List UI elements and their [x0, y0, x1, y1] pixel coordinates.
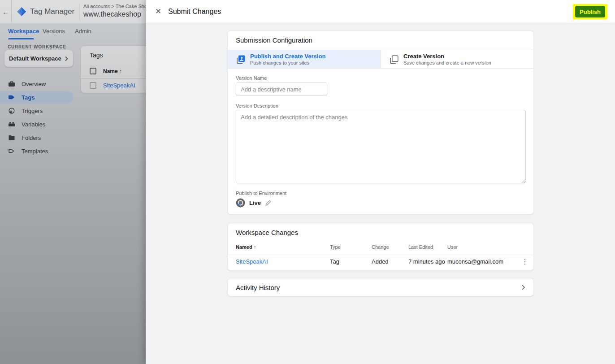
- publish-highlight: Publish: [573, 4, 607, 19]
- environment-row: Live: [236, 198, 272, 208]
- version-name-label: Version Name: [236, 75, 267, 81]
- dialog-title: Submit Changes: [168, 0, 221, 23]
- option-subtitle: Push changes to your sites: [250, 60, 309, 65]
- table-divider: [228, 255, 533, 255]
- change-row-change: Added: [372, 258, 389, 265]
- option-publish-and-create-version[interactable]: Publish and Create Version Push changes …: [228, 50, 381, 68]
- dialog-header: ✕ Submit Changes Publish: [146, 0, 615, 23]
- column-header-last-edited[interactable]: Last Edited: [408, 244, 433, 250]
- activity-history-card[interactable]: Activity History: [227, 278, 534, 296]
- gtm-app: ← Tag Manager All accounts > The Cake Sh…: [0, 0, 615, 364]
- option-subtitle: Save changes and create a new version: [403, 60, 491, 65]
- submit-changes-dialog: ✕ Submit Changes Publish Submission Conf…: [146, 0, 615, 364]
- change-row-user: muconsa@gmail.com: [447, 258, 503, 265]
- workspace-changes-card: Workspace Changes Named ↑ Type Change La…: [227, 223, 534, 271]
- version-description-textarea[interactable]: [236, 110, 526, 183]
- edit-pencil-icon[interactable]: [265, 199, 272, 206]
- sort-ascending-icon: ↑: [254, 244, 256, 250]
- column-header-user[interactable]: User: [447, 244, 458, 250]
- option-create-version[interactable]: Create Version Save changes and create a…: [381, 50, 533, 68]
- close-icon[interactable]: ✕: [154, 8, 162, 16]
- row-overflow-menu-icon[interactable]: ⋮: [521, 257, 528, 266]
- section-title: Submission Configuration: [236, 36, 312, 44]
- column-header-type[interactable]: Type: [330, 244, 341, 250]
- column-header-change[interactable]: Change: [372, 244, 389, 250]
- change-row-type: Tag: [330, 258, 339, 265]
- publish-icon: [236, 55, 246, 65]
- submission-options: Publish and Create Version Push changes …: [228, 50, 533, 69]
- version-name-input[interactable]: [236, 82, 327, 96]
- option-title: Publish and Create Version: [250, 53, 325, 60]
- section-title: Activity History: [236, 278, 280, 297]
- change-row-name-link[interactable]: SiteSpeakAI: [236, 258, 268, 265]
- live-environment-icon: [236, 198, 245, 208]
- column-header-named[interactable]: Named ↑: [236, 244, 256, 250]
- change-row-last-edited: 7 minutes ago: [408, 258, 445, 265]
- create-version-icon: [389, 55, 399, 65]
- background-app: ← Tag Manager All accounts > The Cake Sh…: [0, 0, 146, 364]
- version-description-label: Version Description: [236, 103, 278, 108]
- section-title: Workspace Changes: [236, 229, 298, 236]
- publish-button[interactable]: Publish: [575, 6, 605, 17]
- publish-environment-label: Publish to Environment: [236, 191, 286, 196]
- environment-value: Live: [249, 199, 261, 206]
- modal-backdrop[interactable]: [0, 0, 146, 364]
- chevron-right-icon: [520, 284, 526, 290]
- submission-configuration-card: Submission Configuration Publish and Cre…: [227, 30, 534, 215]
- option-title: Create Version: [403, 53, 444, 60]
